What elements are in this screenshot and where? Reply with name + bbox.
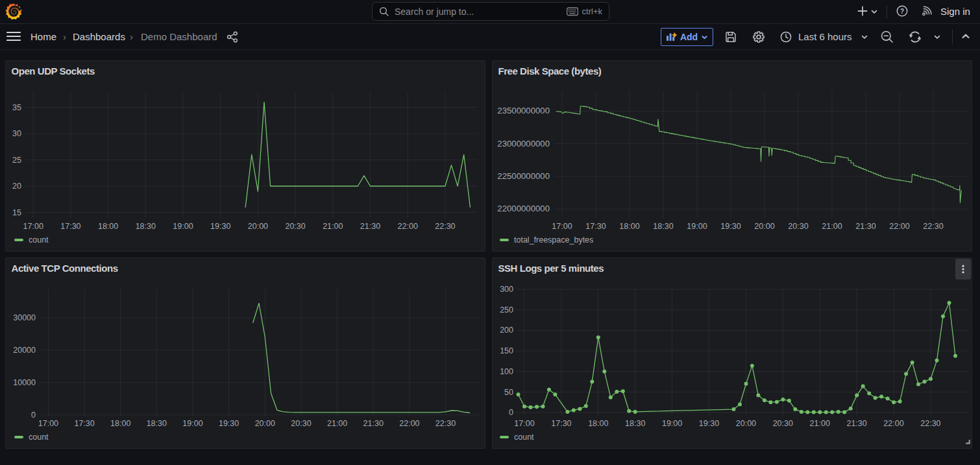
- svg-text:20:00: 20:00: [736, 419, 756, 428]
- svg-text:300: 300: [500, 285, 513, 294]
- svg-text:30: 30: [12, 129, 21, 138]
- svg-text:22:00: 22:00: [889, 222, 909, 231]
- svg-text:20:00: 20:00: [754, 222, 774, 231]
- svg-text:20: 20: [12, 182, 21, 191]
- svg-text:22:30: 22:30: [920, 419, 940, 428]
- svg-text:250: 250: [500, 305, 513, 315]
- svg-text:21:00: 21:00: [822, 222, 842, 231]
- svg-text:0: 0: [509, 408, 513, 417]
- svg-text:19:00: 19:00: [173, 222, 193, 231]
- svg-text:20:30: 20:30: [285, 222, 305, 231]
- svg-text:22:30: 22:30: [435, 419, 456, 428]
- svg-text:21:00: 21:00: [327, 419, 347, 428]
- svg-text:19:30: 19:30: [720, 222, 741, 231]
- svg-text:20:00: 20:00: [248, 222, 268, 231]
- svg-text:19:30: 19:30: [699, 419, 719, 428]
- svg-text:18:30: 18:30: [147, 419, 167, 428]
- svg-text:20000: 20000: [13, 346, 36, 355]
- svg-text:18:30: 18:30: [653, 222, 673, 231]
- svg-text:22500000000: 22500000000: [497, 171, 550, 181]
- svg-text:22:00: 22:00: [398, 222, 418, 231]
- svg-text:19:00: 19:00: [662, 419, 682, 428]
- svg-text:19:00: 19:00: [687, 222, 707, 231]
- svg-text:19:30: 19:30: [210, 222, 230, 231]
- svg-text:20:30: 20:30: [773, 419, 793, 428]
- svg-text:20:30: 20:30: [788, 222, 808, 231]
- svg-text:18:30: 18:30: [625, 419, 645, 428]
- svg-text:10000: 10000: [13, 378, 36, 387]
- svg-text:200: 200: [500, 326, 513, 335]
- svg-text:17:30: 17:30: [60, 222, 80, 231]
- svg-text:22:00: 22:00: [883, 419, 903, 428]
- svg-text:100: 100: [500, 367, 513, 376]
- svg-text:21:30: 21:30: [363, 419, 384, 428]
- svg-text:23000000000: 23000000000: [497, 139, 550, 149]
- svg-text:150: 150: [500, 346, 513, 355]
- svg-text:18:00: 18:00: [110, 419, 130, 428]
- svg-text:20:30: 20:30: [291, 419, 311, 428]
- svg-text:21:00: 21:00: [810, 419, 830, 428]
- svg-text:17:30: 17:30: [74, 419, 94, 428]
- svg-text:35: 35: [12, 103, 21, 112]
- svg-text:17:00: 17:00: [514, 419, 534, 428]
- svg-text:17:00: 17:00: [552, 222, 572, 231]
- svg-text:21:00: 21:00: [323, 222, 343, 231]
- svg-text:17:00: 17:00: [23, 222, 43, 231]
- svg-text:18:00: 18:00: [588, 419, 608, 428]
- svg-text:17:00: 17:00: [38, 419, 58, 428]
- svg-text:15: 15: [12, 208, 21, 217]
- svg-text:22000000000: 22000000000: [497, 204, 550, 213]
- svg-text:18:00: 18:00: [619, 222, 639, 231]
- svg-text:20:00: 20:00: [255, 419, 275, 428]
- svg-text:17:30: 17:30: [585, 222, 606, 231]
- svg-text:23500000000: 23500000000: [497, 106, 550, 115]
- svg-text:30000: 30000: [13, 313, 36, 322]
- svg-text:21:30: 21:30: [360, 222, 380, 231]
- svg-text:50: 50: [504, 388, 513, 397]
- svg-text:22:30: 22:30: [923, 222, 943, 231]
- svg-text:19:00: 19:00: [182, 419, 202, 428]
- svg-text:21:30: 21:30: [855, 222, 876, 231]
- svg-text:18:00: 18:00: [98, 222, 118, 231]
- svg-text:17:30: 17:30: [551, 419, 571, 428]
- svg-text:22:30: 22:30: [435, 222, 455, 231]
- svg-text:21:30: 21:30: [846, 419, 866, 428]
- svg-text:25: 25: [12, 156, 21, 165]
- svg-text:22:00: 22:00: [399, 419, 419, 428]
- svg-text:0: 0: [31, 411, 36, 420]
- svg-text:19:30: 19:30: [219, 419, 239, 428]
- svg-text:18:30: 18:30: [136, 222, 156, 231]
- svg-text:?: ?: [900, 8, 904, 15]
